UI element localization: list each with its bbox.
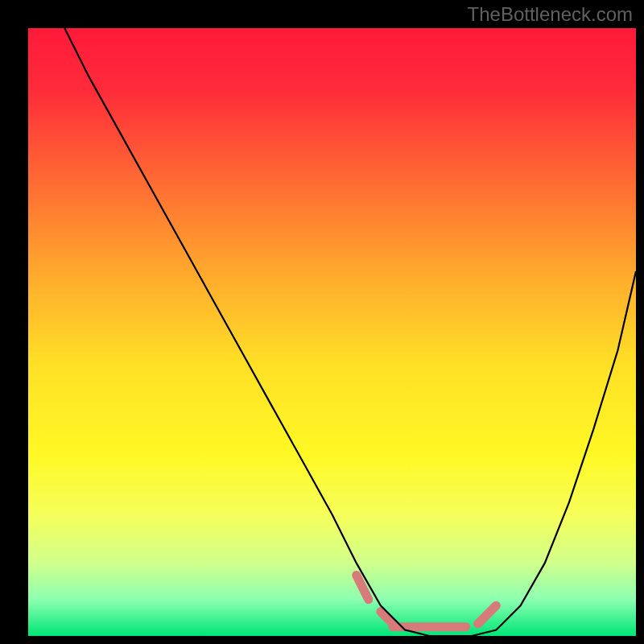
bottleneck-chart — [0, 0, 644, 644]
plot-background — [28, 28, 636, 636]
watermark-label: TheBottleneck.com — [468, 3, 633, 26]
chart-container: { "watermark": "TheBottleneck.com", "cha… — [0, 0, 644, 644]
